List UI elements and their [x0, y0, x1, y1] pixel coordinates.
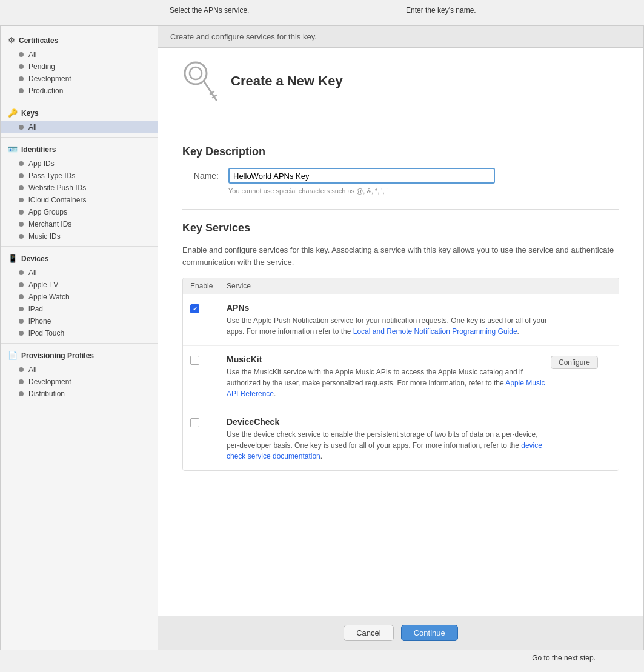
col-enable-header: Enable [190, 282, 227, 290]
bullet-icon [19, 307, 24, 311]
services-description: Enable and configure services for this k… [182, 244, 619, 268]
musickit-service-name: MusicKit [227, 354, 551, 364]
apns-link[interactable]: Local and Remote Notification Programmin… [353, 327, 517, 336]
devices-icon: 📱 [8, 254, 18, 263]
bullet-icon [19, 76, 24, 81]
annotations-bottom: Go to the next step. [0, 650, 644, 672]
sidebar-item-certificates-development[interactable]: Development [1, 73, 158, 85]
key-icon [182, 60, 219, 102]
keys-icon: 🔑 [8, 108, 18, 118]
bullet-icon [19, 270, 24, 275]
svg-point-1 [190, 67, 202, 79]
musickit-configure-button[interactable]: Configure [551, 356, 598, 369]
sidebar-item-identifiers-passtypeids[interactable]: Pass Type IDs [1, 170, 158, 182]
sidebar-item-identifiers-appgroups[interactable]: App Groups [1, 206, 158, 218]
section-title-key-services: Key Services [182, 222, 619, 235]
section-title-key-description: Key Description [182, 145, 619, 158]
sidebar-section-header-identifiers: 🪪 Identifiers [1, 141, 158, 158]
sidebar-item-profiles-distribution[interactable]: Distribution [1, 388, 158, 400]
sidebar-item-identifiers-icloudcontainers[interactable]: iCloud Containers [1, 194, 158, 206]
page-header: Create a New Key [182, 60, 619, 115]
col-service-header: Service [227, 282, 611, 290]
apns-service-info: APNs Use the Apple Push Notification ser… [227, 303, 551, 337]
page-title: Create a New Key [231, 73, 343, 89]
apns-service-desc: Use the Apple Push Notification service … [227, 315, 551, 337]
sidebar: ⚙ Certificates All Pending Development [1, 26, 158, 650]
service-row-musickit: MusicKit Use the MusicKit service with t… [183, 346, 619, 408]
apns-checkbox[interactable] [190, 304, 199, 313]
sidebar-item-certificates-pending[interactable]: Pending [1, 61, 158, 73]
sidebar-item-identifiers-appids[interactable]: App IDs [1, 158, 158, 170]
devicecheck-checkbox-col[interactable] [190, 417, 227, 427]
sidebar-section-keys: 🔑 Keys All [1, 105, 158, 133]
bullet-icon [19, 391, 24, 396]
annotation-nextstep: Go to the next step. [532, 654, 596, 668]
identifiers-icon: 🪪 [8, 145, 18, 154]
bullet-icon [19, 234, 24, 239]
bullet-icon [19, 173, 24, 178]
bullet-icon [19, 319, 24, 324]
devicecheck-service-action [551, 417, 611, 418]
devicecheck-checkbox[interactable] [190, 418, 199, 427]
musickit-link[interactable]: Apple Music API Reference [227, 379, 545, 398]
sidebar-section-header-certificates: ⚙ Certificates [1, 32, 158, 48]
bullet-icon [19, 52, 24, 57]
name-hint: You cannot use special characters such a… [228, 187, 619, 195]
sidebar-item-profiles-all[interactable]: All [1, 364, 158, 376]
sidebar-item-devices-applewatch[interactable]: Apple Watch [1, 291, 158, 303]
services-table-header: Enable Service [183, 278, 619, 294]
cancel-button[interactable]: Cancel [344, 625, 393, 641]
sidebar-item-devices-all[interactable]: All [1, 267, 158, 279]
bullet-icon [19, 185, 24, 190]
sidebar-item-identifiers-merchantids[interactable]: Merchant IDs [1, 218, 158, 230]
sidebar-item-devices-appletv[interactable]: Apple TV [1, 279, 158, 291]
bullet-icon [19, 294, 24, 299]
devicecheck-link[interactable]: device check service documentation [227, 441, 542, 461]
sidebar-item-certificates-all[interactable]: All [1, 48, 158, 61]
service-row-apns: APNs Use the Apple Push Notification ser… [183, 294, 619, 346]
services-section: Key Services Enable and configure servic… [182, 209, 619, 471]
sidebar-item-certificates-production[interactable]: Production [1, 85, 158, 97]
sidebar-item-identifiers-musicids[interactable]: Music IDs [1, 230, 158, 242]
sidebar-item-devices-iphone[interactable]: iPhone [1, 315, 158, 327]
devicecheck-service-info: DeviceCheck Use the device check service… [227, 417, 551, 462]
sidebar-section-provisioningprofiles: 📄 Provisioning Profiles All Development … [1, 347, 158, 400]
bullet-icon [19, 210, 24, 215]
sidebar-section-certificates: ⚙ Certificates All Pending Development [1, 32, 158, 97]
continue-button[interactable]: Continue [401, 625, 458, 641]
bullet-icon [19, 367, 24, 372]
sidebar-section-devices: 📱 Devices All Apple TV Apple Watch [1, 250, 158, 339]
apns-service-name: APNs [227, 303, 551, 313]
services-table: Enable Service APNs Use the Apple [182, 278, 619, 471]
bullet-icon [19, 331, 24, 336]
name-row: Name: [182, 168, 619, 184]
musickit-checkbox[interactable] [190, 356, 199, 365]
name-label: Name: [182, 171, 219, 181]
sidebar-item-devices-ipad[interactable]: iPad [1, 303, 158, 315]
service-row-devicecheck: DeviceCheck Use the device check service… [183, 408, 619, 470]
annotation-keyname: Enter the key's name. [406, 6, 476, 15]
bullet-icon [19, 282, 24, 287]
bullet-icon [19, 125, 24, 130]
bullet-icon [19, 161, 24, 166]
bullet-icon [19, 88, 24, 93]
sidebar-section-header-keys: 🔑 Keys [1, 105, 158, 121]
sidebar-item-profiles-development[interactable]: Development [1, 376, 158, 388]
bullet-icon [19, 64, 24, 69]
certificates-icon: ⚙ [8, 36, 15, 45]
provisioningprofiles-icon: 📄 [8, 351, 18, 360]
name-input[interactable] [228, 168, 495, 184]
bullet-icon [19, 222, 24, 227]
sidebar-item-devices-ipodtouch[interactable]: iPod Touch [1, 327, 158, 339]
bullet-icon [19, 379, 24, 384]
bottom-bar: Cancel Continue [158, 616, 643, 650]
musickit-checkbox-col[interactable] [190, 354, 227, 365]
form-content: Create a New Key Key Description Name: Y… [158, 48, 643, 616]
devicecheck-service-name: DeviceCheck [227, 417, 551, 427]
musickit-service-action[interactable]: Configure [551, 354, 611, 369]
sidebar-item-identifiers-websitepushids[interactable]: Website Push IDs [1, 182, 158, 194]
instruction-bar: Create and configure services for this k… [158, 26, 643, 48]
apns-checkbox-col[interactable] [190, 303, 227, 313]
sidebar-item-keys-all[interactable]: All [1, 121, 158, 133]
sidebar-section-identifiers: 🪪 Identifiers App IDs Pass Type IDs Webs… [1, 141, 158, 242]
